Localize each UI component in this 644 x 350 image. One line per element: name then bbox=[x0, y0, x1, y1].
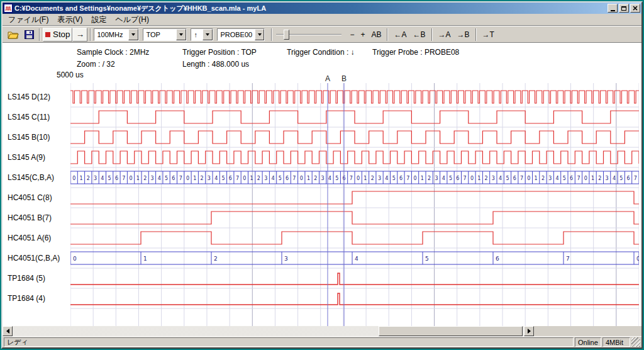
svg-text:5: 5 bbox=[165, 176, 168, 181]
zoom-ab-button[interactable]: AB bbox=[368, 30, 384, 40]
run-button[interactable]: → bbox=[72, 28, 87, 42]
move-a-left-button[interactable]: ←A bbox=[391, 30, 409, 40]
svg-text:7: 7 bbox=[566, 256, 570, 262]
svg-text:5: 5 bbox=[108, 176, 111, 181]
svg-text:0: 0 bbox=[300, 176, 303, 181]
svg-text:6: 6 bbox=[229, 176, 232, 181]
marker-label-b[interactable]: B bbox=[338, 74, 350, 83]
status-online: Online bbox=[575, 337, 601, 347]
signal-label-tp1684-5: TP1684 (5) bbox=[8, 268, 70, 288]
goto-trigger-button[interactable]: →T bbox=[479, 30, 497, 40]
dropdown-button[interactable] bbox=[203, 29, 213, 40]
sample-clock-text: Sample Clock : 2MHz bbox=[77, 48, 149, 57]
toolbar: Stop → 100MHz TOP ↑ PROBE00 − + AB bbox=[3, 26, 641, 43]
dropdown-button[interactable] bbox=[255, 29, 264, 40]
signal-label-hc4051-bus: HC4051(C,B,A) bbox=[8, 248, 70, 268]
length-text: Length : 488.000 us bbox=[182, 60, 249, 69]
svg-text:1: 1 bbox=[591, 176, 594, 181]
stop-button[interactable]: Stop bbox=[43, 28, 72, 42]
resize-grip[interactable] bbox=[631, 337, 640, 347]
maximize-button[interactable] bbox=[619, 4, 629, 13]
svg-text:0: 0 bbox=[357, 176, 360, 181]
svg-text:3: 3 bbox=[321, 176, 325, 181]
toolbar-separator bbox=[431, 28, 433, 41]
signal-label-hc4051-a: HC4051 A(6) bbox=[8, 228, 70, 248]
svg-text:4: 4 bbox=[101, 176, 104, 181]
svg-text:1: 1 bbox=[250, 176, 253, 181]
maximize-icon bbox=[621, 6, 626, 11]
trigger-probe-value: PROBE00 bbox=[218, 29, 255, 40]
save-file-button[interactable] bbox=[21, 28, 36, 42]
status-memory: 4MBit bbox=[602, 337, 630, 347]
minimize-button[interactable] bbox=[608, 4, 618, 13]
move-b-right-button[interactable]: →B bbox=[454, 30, 473, 40]
menu-help[interactable]: ヘルプ(H) bbox=[111, 13, 153, 26]
dropdown-button[interactable] bbox=[176, 29, 186, 40]
svg-text:2: 2 bbox=[87, 176, 90, 181]
signal-trace-ls145-c bbox=[70, 111, 639, 123]
scrollbar-filler bbox=[534, 326, 641, 336]
svg-text:1: 1 bbox=[477, 176, 480, 181]
signal-label-tp1684-4: TP1684 (4) bbox=[8, 288, 70, 308]
svg-text:5: 5 bbox=[506, 176, 509, 181]
svg-text:6: 6 bbox=[115, 176, 118, 181]
scrollbar-row bbox=[3, 326, 641, 336]
marker-label-a[interactable]: A bbox=[322, 74, 333, 83]
scrollbar-thumb[interactable] bbox=[379, 326, 523, 336]
svg-text:3: 3 bbox=[548, 176, 552, 181]
trigger-probe-text: Trigger Probe : PROBE08 bbox=[372, 48, 459, 57]
svg-text:5: 5 bbox=[392, 176, 396, 181]
chevron-down-icon bbox=[206, 33, 209, 36]
svg-text:0: 0 bbox=[186, 176, 189, 181]
scroll-right-button[interactable] bbox=[524, 326, 534, 336]
svg-text:1: 1 bbox=[79, 176, 82, 181]
menu-file[interactable]: ファイル(F) bbox=[4, 13, 53, 26]
toolbar-separator bbox=[271, 28, 272, 41]
svg-text:3: 3 bbox=[492, 176, 495, 181]
scrollbar-track[interactable] bbox=[13, 326, 524, 336]
svg-text:1: 1 bbox=[193, 176, 196, 181]
open-file-button[interactable] bbox=[5, 28, 21, 42]
signal-trace-hc4051-bus: 012345670 bbox=[70, 252, 639, 264]
svg-text:6: 6 bbox=[456, 176, 459, 181]
svg-text:7: 7 bbox=[464, 176, 467, 181]
slider-thumb[interactable] bbox=[284, 30, 289, 40]
svg-text:7: 7 bbox=[292, 176, 296, 181]
svg-text:7: 7 bbox=[577, 176, 580, 181]
trigger-edge-select[interactable]: ↑ bbox=[191, 28, 213, 41]
triangle-left-icon bbox=[6, 329, 9, 334]
move-b-left-button[interactable]: ←B bbox=[409, 30, 428, 40]
status-message: レディ bbox=[4, 337, 574, 347]
menu-settings[interactable]: 設定 bbox=[87, 13, 111, 26]
svg-text:6: 6 bbox=[172, 176, 175, 181]
sample-rate-select[interactable]: 100MHz bbox=[94, 28, 139, 41]
zoom-in-button[interactable]: + bbox=[357, 30, 368, 40]
chevron-down-icon bbox=[131, 33, 135, 36]
signal-label-hc4051-b: HC4051 B(7) bbox=[8, 208, 70, 228]
app-window: C:¥Documents and Settings¥noname¥デスクトップ¥… bbox=[1, 1, 643, 349]
scroll-left-button[interactable] bbox=[3, 326, 13, 336]
move-a-right-button[interactable]: →A bbox=[435, 30, 454, 40]
svg-text:7: 7 bbox=[350, 176, 353, 181]
svg-text:3: 3 bbox=[94, 176, 97, 181]
svg-text:2: 2 bbox=[541, 176, 545, 181]
title-bar[interactable]: C:¥Documents and Settings¥noname¥デスクトップ¥… bbox=[3, 3, 641, 14]
zoom-slider[interactable] bbox=[276, 28, 341, 41]
menu-view[interactable]: 表示(V) bbox=[53, 13, 87, 26]
signal-trace-ls145-b bbox=[70, 131, 639, 144]
svg-text:2: 2 bbox=[201, 176, 204, 181]
svg-text:2: 2 bbox=[371, 176, 374, 181]
dropdown-button[interactable] bbox=[128, 29, 138, 40]
trigger-probe-select[interactable]: PROBE00 bbox=[217, 28, 265, 41]
svg-text:4: 4 bbox=[385, 176, 388, 181]
svg-text:1: 1 bbox=[535, 176, 538, 181]
waveform-plot[interactable]: 0123456701234567012345670123456701234567… bbox=[70, 83, 639, 326]
signal-trace-tp1684-4 bbox=[70, 293, 639, 305]
signal-trace-hc4051-a bbox=[70, 232, 639, 244]
horizontal-scrollbar[interactable] bbox=[3, 326, 534, 336]
svg-text:6: 6 bbox=[627, 176, 630, 181]
trigger-position-select[interactable]: TOP bbox=[143, 28, 187, 41]
svg-text:1: 1 bbox=[421, 176, 424, 181]
close-button[interactable] bbox=[630, 4, 640, 13]
zoom-out-button[interactable]: − bbox=[347, 30, 357, 40]
